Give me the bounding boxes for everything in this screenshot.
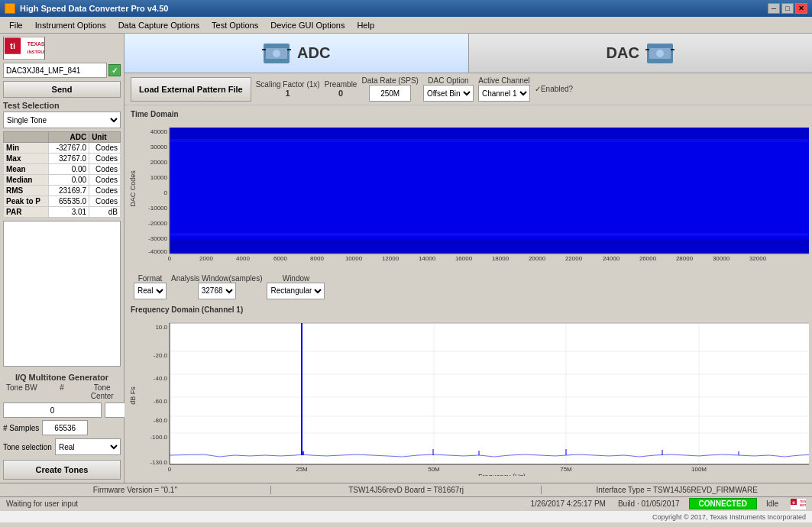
format-select[interactable]: Real: [134, 283, 167, 299]
check-icon[interactable]: ✓: [108, 64, 121, 76]
device-input[interactable]: [3, 63, 107, 78]
stat-value: 0.00: [49, 175, 89, 186]
svg-text:INSTRUMENTS: INSTRUMENTS: [27, 50, 44, 54]
svg-text:0: 0: [168, 466, 172, 473]
stats-row: Max32767.0Codes: [4, 154, 121, 164]
active-channel-group: Active Channel Channel 1: [478, 76, 530, 102]
copyright-bar: Copyright © 2017, Texas Instruments Inco…: [0, 510, 812, 522]
tab-adc[interactable]: ADC: [125, 34, 469, 73]
data-rate-group: Data Rate (SPS): [361, 76, 418, 102]
stat-unit: Codes: [89, 143, 121, 154]
svg-text:-100.0: -100.0: [150, 434, 167, 441]
menu-help[interactable]: Help: [351, 19, 380, 31]
menu-test[interactable]: Test Options: [205, 19, 264, 31]
stat-label: Max: [4, 154, 49, 164]
format-label: Format: [138, 274, 163, 283]
svg-text:24000: 24000: [603, 255, 620, 261]
window-select[interactable]: Rectangular: [267, 283, 325, 299]
dac-icon: [645, 42, 675, 65]
svg-text:4000: 4000: [236, 255, 250, 261]
maximize-button[interactable]: □: [781, 3, 794, 14]
menu-instrument[interactable]: Instrument Options: [29, 19, 112, 31]
create-tones-button[interactable]: Create Tones: [3, 460, 121, 480]
svg-text:30000: 30000: [713, 255, 730, 261]
multitone-label: I/Q Multitone Generator: [3, 373, 121, 382]
data-rate-label: Data Rate (SPS): [361, 76, 418, 85]
stat-unit: Codes: [89, 175, 121, 186]
tone-selection-row: Tone selection Real: [3, 438, 121, 455]
preamble-value: 0: [338, 89, 343, 98]
svg-text:-40.0: -40.0: [154, 375, 168, 382]
tabs-row: ADC DAC: [125, 34, 812, 73]
time-domain-chart: DAC Codes 40000 30000 20000 10000 0 -100…: [128, 120, 809, 261]
data-rate-input[interactable]: [369, 85, 411, 102]
stat-value: 23169.7: [49, 186, 89, 196]
connected-status: CONNECTED: [689, 498, 757, 509]
active-channel-select[interactable]: Channel 1: [478, 85, 530, 102]
time-domain-container: Time Domain DAC Codes 40000 30000 20000 …: [128, 108, 809, 270]
svg-rect-28: [170, 233, 809, 236]
stat-value: 32767.0: [49, 154, 89, 164]
svg-text:-30000: -30000: [148, 235, 167, 242]
adc-label: ADC: [297, 44, 330, 62]
svg-rect-26: [170, 141, 809, 239]
stats-header-value: ADC: [49, 132, 89, 143]
stat-value: 0.00: [49, 164, 89, 175]
num-tones-label: #: [44, 383, 81, 400]
analysis-window-select[interactable]: 32768: [198, 283, 236, 299]
menu-bar: File Instrument Options Data Capture Opt…: [0, 17, 812, 34]
app-title: High Speed Data Converter Pro v4.50: [20, 4, 168, 13]
samples-label: # Samples: [3, 424, 39, 432]
dac-option-group: DAC Option Offset Bin: [423, 76, 474, 102]
svg-text:2000: 2000: [199, 255, 213, 261]
samples-input[interactable]: [42, 420, 88, 435]
dac-option-select[interactable]: Offset Bin: [423, 85, 474, 102]
scaling-factor-group: Scaling Factor (1x) 1: [256, 80, 320, 98]
multitone-inputs: [3, 403, 121, 418]
enabled-row: ✓Enabled?: [535, 85, 573, 93]
svg-text:6000: 6000: [273, 255, 287, 261]
scaling-factor-value: 1: [286, 89, 290, 98]
test-selection-select[interactable]: Single Tone: [3, 112, 121, 128]
menu-device[interactable]: Device GUI Options: [264, 19, 351, 31]
title-bar: High Speed Data Converter Pro v4.50 ─ □ …: [0, 0, 812, 17]
svg-text:TEXAS: TEXAS: [800, 500, 806, 503]
ti-logo: ti TEXAS INSTRUMENTS: [3, 37, 45, 60]
enabled-label: ✓Enabled?: [535, 85, 573, 93]
scaling-factor-label: Scaling Factor (1x): [256, 80, 320, 89]
charts-area: Time Domain DAC Codes 40000 30000 20000 …: [125, 105, 812, 483]
tab-dac[interactable]: DAC: [469, 34, 813, 73]
build-status: Build · 01/05/2017: [612, 500, 686, 508]
interface-status: Interface Type = TSW14J56REVD_FIRMWARE: [542, 486, 812, 494]
stat-unit: dB: [89, 207, 121, 218]
close-button[interactable]: ✕: [795, 3, 807, 14]
freq-domain-chart: dB Fs 10.0 -20.0 -40.0 -60.0 -80.0 -100.…: [128, 315, 809, 476]
send-button[interactable]: Send: [3, 81, 121, 98]
svg-text:14000: 14000: [419, 255, 436, 261]
minimize-button[interactable]: ─: [768, 3, 780, 14]
svg-text:-20000: -20000: [148, 220, 167, 227]
dac-label: DAC: [607, 44, 639, 62]
ti-status: ti TEXAS INSTRUMENTS: [785, 499, 812, 509]
stat-label: Median: [4, 175, 49, 186]
tone-selection-select[interactable]: Real: [55, 438, 121, 455]
time-domain-title: Time Domain: [128, 108, 809, 120]
stats-header-unit: Unit: [89, 132, 121, 143]
waiting-status: Waiting for user input: [0, 500, 524, 508]
preamble-group: Preamble 0: [325, 80, 357, 98]
svg-text:-60.0: -60.0: [154, 398, 168, 405]
stat-label: Mean: [4, 164, 49, 175]
menu-capture[interactable]: Data Capture Options: [112, 19, 205, 31]
tone-bw-input[interactable]: [3, 403, 102, 418]
window-controls: ─ □ ✕: [768, 3, 807, 14]
firmware-status: Firmware Version = "0.1": [0, 486, 271, 494]
logo-area: ti TEXAS INSTRUMENTS: [3, 37, 121, 60]
stats-row: PAR3.01dB: [4, 207, 121, 218]
window-label: Window: [283, 274, 310, 283]
stat-label: PAR: [4, 207, 49, 218]
stat-unit: Codes: [89, 196, 121, 207]
dac-option-label: DAC Option: [428, 76, 468, 85]
menu-file[interactable]: File: [3, 19, 29, 31]
load-pattern-button[interactable]: Load External Pattern File: [131, 77, 251, 102]
stats-row: Mean0.00Codes: [4, 164, 121, 175]
